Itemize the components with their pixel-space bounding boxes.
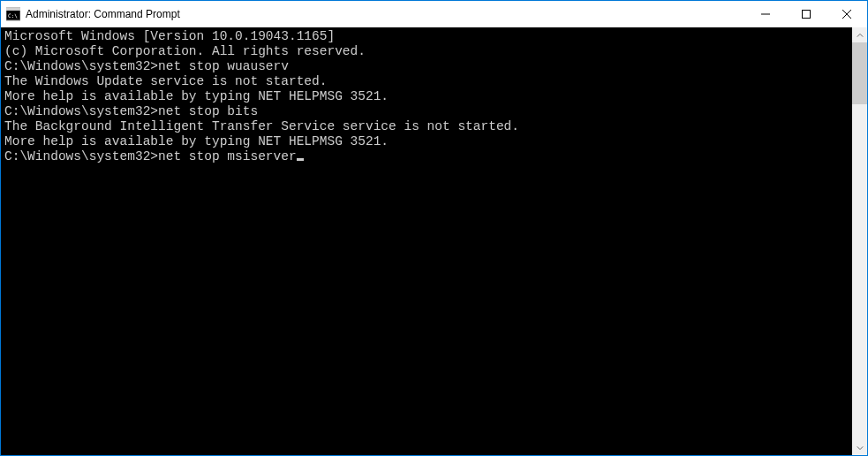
terminal-line: The Windows Update service is not starte…: [4, 74, 849, 89]
titlebar[interactable]: C:\ Administrator: Command Prompt: [1, 1, 867, 27]
terminal-line: C:\Windows\system32>net stop bits: [4, 104, 849, 119]
scroll-up-button[interactable]: [852, 27, 867, 42]
svg-text:C:\: C:\: [8, 12, 18, 19]
terminal-line: More help is available by typing NET HEL…: [4, 89, 849, 104]
svg-rect-1: [6, 8, 20, 11]
maximize-button[interactable]: [786, 1, 826, 27]
vertical-scrollbar[interactable]: [852, 27, 867, 455]
scroll-down-button[interactable]: [852, 440, 867, 455]
terminal-line: More help is available by typing NET HEL…: [4, 134, 849, 149]
terminal-line: Microsoft Windows [Version 10.0.19043.11…: [4, 29, 849, 44]
scrollbar-thumb[interactable]: [852, 42, 867, 104]
command-prompt-window: C:\ Administrator: Command Prompt Micros…: [0, 0, 868, 456]
text-cursor: [297, 158, 304, 161]
terminal-line: C:\Windows\system32>net stop wuauserv: [4, 59, 849, 74]
terminal-line: (c) Microsoft Corporation. All rights re…: [4, 44, 849, 59]
svg-rect-4: [803, 11, 811, 19]
terminal-line: The Background Intelligent Transfer Serv…: [4, 119, 849, 134]
terminal-area[interactable]: Microsoft Windows [Version 10.0.19043.11…: [1, 27, 867, 455]
cmd-icon: C:\: [6, 7, 20, 21]
terminal-output[interactable]: Microsoft Windows [Version 10.0.19043.11…: [1, 27, 852, 455]
close-button[interactable]: [826, 1, 867, 27]
terminal-line: C:\Windows\system32>net stop msiserver: [4, 149, 849, 164]
window-controls: [745, 1, 867, 27]
minimize-button[interactable]: [745, 1, 786, 27]
window-title: Administrator: Command Prompt: [26, 8, 180, 20]
scrollbar-track[interactable]: [852, 42, 867, 440]
